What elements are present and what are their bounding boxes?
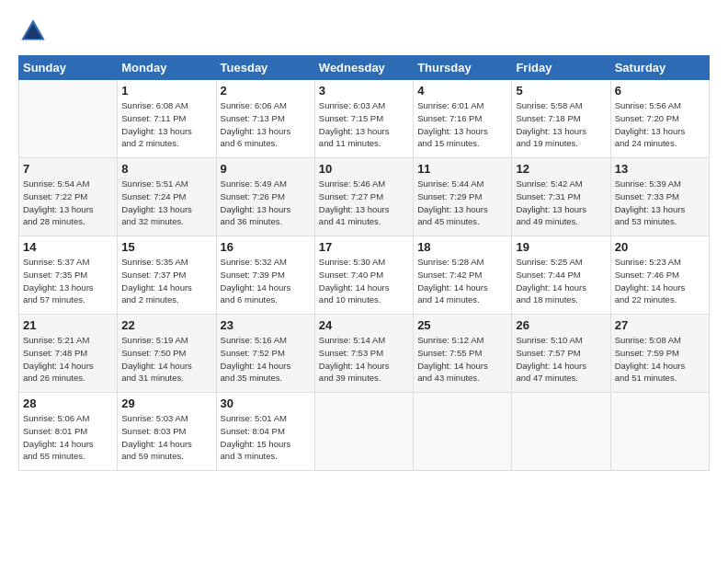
weekday-header-monday: Monday [118, 56, 216, 80]
calendar-cell: 22Sunrise: 5:19 AM Sunset: 7:50 PM Dayli… [118, 315, 216, 393]
day-info: Sunrise: 6:06 AM Sunset: 7:13 PM Dayligh… [221, 99, 311, 150]
day-number: 28 [23, 396, 113, 410]
week-row-1: 1Sunrise: 6:08 AM Sunset: 7:11 PM Daylig… [19, 80, 710, 158]
day-number: 18 [417, 240, 507, 254]
calendar-cell [610, 393, 709, 471]
calendar-cell: 8Sunrise: 5:51 AM Sunset: 7:24 PM Daylig… [118, 158, 216, 236]
calendar-cell: 9Sunrise: 5:49 AM Sunset: 7:26 PM Daylig… [216, 158, 314, 236]
day-number: 6 [615, 84, 705, 98]
day-info: Sunrise: 5:06 AM Sunset: 8:01 PM Dayligh… [23, 412, 113, 463]
weekday-header-wednesday: Wednesday [314, 56, 413, 80]
day-number: 25 [417, 318, 507, 332]
calendar-cell: 30Sunrise: 5:01 AM Sunset: 8:04 PM Dayli… [216, 393, 314, 471]
day-number: 9 [221, 162, 311, 176]
calendar-cell: 15Sunrise: 5:35 AM Sunset: 7:37 PM Dayli… [118, 236, 216, 315]
calendar-body: 1Sunrise: 6:08 AM Sunset: 7:11 PM Daylig… [19, 80, 710, 471]
day-number: 22 [121, 318, 211, 332]
calendar-cell: 14Sunrise: 5:37 AM Sunset: 7:35 PM Dayli… [19, 236, 118, 315]
day-info: Sunrise: 5:16 AM Sunset: 7:52 PM Dayligh… [221, 334, 311, 385]
day-info: Sunrise: 5:01 AM Sunset: 8:04 PM Dayligh… [221, 412, 311, 463]
day-info: Sunrise: 5:21 AM Sunset: 7:48 PM Dayligh… [23, 334, 113, 385]
logo-icon [18, 17, 48, 46]
day-number: 4 [417, 84, 507, 98]
week-row-4: 21Sunrise: 5:21 AM Sunset: 7:48 PM Dayli… [19, 315, 710, 393]
weekday-header-saturday: Saturday [610, 56, 709, 80]
calendar-cell: 11Sunrise: 5:44 AM Sunset: 7:29 PM Dayli… [414, 158, 512, 236]
day-number: 30 [221, 396, 311, 410]
day-number: 5 [516, 84, 606, 98]
day-info: Sunrise: 5:42 AM Sunset: 7:31 PM Dayligh… [516, 178, 606, 228]
weekday-header-friday: Friday [512, 56, 610, 80]
header [18, 17, 710, 46]
day-number: 8 [121, 162, 211, 176]
calendar-cell: 13Sunrise: 5:39 AM Sunset: 7:33 PM Dayli… [610, 158, 709, 236]
calendar-cell: 20Sunrise: 5:23 AM Sunset: 7:46 PM Dayli… [610, 236, 709, 315]
day-number: 20 [615, 240, 705, 254]
day-info: Sunrise: 5:39 AM Sunset: 7:33 PM Dayligh… [615, 178, 705, 228]
day-info: Sunrise: 6:08 AM Sunset: 7:11 PM Dayligh… [121, 99, 211, 150]
day-number: 3 [319, 84, 409, 98]
day-number: 16 [221, 240, 311, 254]
day-info: Sunrise: 5:10 AM Sunset: 7:57 PM Dayligh… [516, 334, 606, 385]
day-number: 15 [121, 240, 211, 254]
calendar-cell: 27Sunrise: 5:08 AM Sunset: 7:59 PM Dayli… [610, 315, 709, 393]
day-info: Sunrise: 5:08 AM Sunset: 7:59 PM Dayligh… [615, 334, 705, 385]
calendar-cell: 2Sunrise: 6:06 AM Sunset: 7:13 PM Daylig… [216, 80, 314, 158]
day-info: Sunrise: 5:58 AM Sunset: 7:18 PM Dayligh… [516, 99, 606, 150]
day-info: Sunrise: 5:37 AM Sunset: 7:35 PM Dayligh… [23, 256, 113, 306]
day-number: 19 [516, 240, 606, 254]
day-info: Sunrise: 5:28 AM Sunset: 7:42 PM Dayligh… [417, 256, 507, 306]
day-info: Sunrise: 5:44 AM Sunset: 7:29 PM Dayligh… [417, 178, 507, 228]
calendar-cell [414, 393, 512, 471]
day-info: Sunrise: 5:51 AM Sunset: 7:24 PM Dayligh… [121, 178, 211, 228]
day-number: 27 [615, 318, 705, 332]
day-info: Sunrise: 5:32 AM Sunset: 7:39 PM Dayligh… [221, 256, 311, 306]
calendar-cell [314, 393, 413, 471]
day-number: 13 [615, 162, 705, 176]
week-row-5: 28Sunrise: 5:06 AM Sunset: 8:01 PM Dayli… [19, 393, 710, 471]
weekday-header-thursday: Thursday [414, 56, 512, 80]
day-number: 26 [516, 318, 606, 332]
calendar-cell: 6Sunrise: 5:56 AM Sunset: 7:20 PM Daylig… [610, 80, 709, 158]
calendar-cell: 12Sunrise: 5:42 AM Sunset: 7:31 PM Dayli… [512, 158, 610, 236]
day-info: Sunrise: 6:01 AM Sunset: 7:16 PM Dayligh… [417, 99, 507, 150]
day-info: Sunrise: 5:49 AM Sunset: 7:26 PM Dayligh… [221, 178, 311, 228]
day-info: Sunrise: 5:30 AM Sunset: 7:40 PM Dayligh… [319, 256, 409, 306]
day-info: Sunrise: 5:19 AM Sunset: 7:50 PM Dayligh… [121, 334, 211, 385]
week-row-2: 7Sunrise: 5:54 AM Sunset: 7:22 PM Daylig… [19, 158, 710, 236]
day-number: 21 [23, 318, 113, 332]
day-info: Sunrise: 5:35 AM Sunset: 7:37 PM Dayligh… [121, 256, 211, 306]
calendar-cell: 16Sunrise: 5:32 AM Sunset: 7:39 PM Dayli… [216, 236, 314, 315]
day-info: Sunrise: 5:54 AM Sunset: 7:22 PM Dayligh… [23, 178, 113, 228]
day-info: Sunrise: 5:23 AM Sunset: 7:46 PM Dayligh… [615, 256, 705, 306]
calendar-table: SundayMondayTuesdayWednesdayThursdayFrid… [18, 55, 710, 471]
day-info: Sunrise: 5:12 AM Sunset: 7:55 PM Dayligh… [417, 334, 507, 385]
day-number: 10 [319, 162, 409, 176]
week-row-3: 14Sunrise: 5:37 AM Sunset: 7:35 PM Dayli… [19, 236, 710, 315]
day-number: 24 [319, 318, 409, 332]
calendar-cell: 23Sunrise: 5:16 AM Sunset: 7:52 PM Dayli… [216, 315, 314, 393]
day-number: 11 [417, 162, 507, 176]
calendar-cell: 19Sunrise: 5:25 AM Sunset: 7:44 PM Dayli… [512, 236, 610, 315]
day-number: 7 [23, 162, 113, 176]
day-info: Sunrise: 5:56 AM Sunset: 7:20 PM Dayligh… [615, 99, 705, 150]
day-number: 14 [23, 240, 113, 254]
calendar-cell: 10Sunrise: 5:46 AM Sunset: 7:27 PM Dayli… [314, 158, 413, 236]
calendar-cell [19, 80, 118, 158]
day-number: 23 [221, 318, 311, 332]
calendar-cell: 28Sunrise: 5:06 AM Sunset: 8:01 PM Dayli… [19, 393, 118, 471]
day-number: 1 [121, 84, 211, 98]
weekday-header-sunday: Sunday [19, 56, 118, 80]
calendar-cell: 25Sunrise: 5:12 AM Sunset: 7:55 PM Dayli… [414, 315, 512, 393]
calendar-cell: 29Sunrise: 5:03 AM Sunset: 8:03 PM Dayli… [118, 393, 216, 471]
calendar-cell: 5Sunrise: 5:58 AM Sunset: 7:18 PM Daylig… [512, 80, 610, 158]
calendar-cell: 26Sunrise: 5:10 AM Sunset: 7:57 PM Dayli… [512, 315, 610, 393]
day-info: Sunrise: 5:46 AM Sunset: 7:27 PM Dayligh… [319, 178, 409, 228]
day-number: 29 [121, 396, 211, 410]
calendar-cell: 3Sunrise: 6:03 AM Sunset: 7:15 PM Daylig… [314, 80, 413, 158]
weekday-header-tuesday: Tuesday [216, 56, 314, 80]
day-info: Sunrise: 5:25 AM Sunset: 7:44 PM Dayligh… [516, 256, 606, 306]
day-number: 2 [221, 84, 311, 98]
calendar-cell [512, 393, 610, 471]
calendar-cell: 4Sunrise: 6:01 AM Sunset: 7:16 PM Daylig… [414, 80, 512, 158]
